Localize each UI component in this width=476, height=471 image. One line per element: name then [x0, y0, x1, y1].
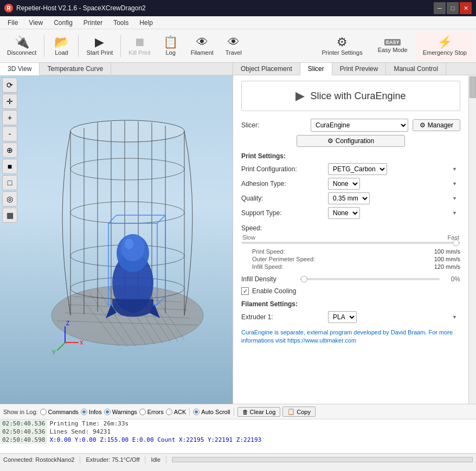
warnings-radio[interactable] — [104, 409, 111, 415]
commands-radio[interactable] — [40, 409, 47, 415]
right-content-wrapper: ▶ Slice with CuraEngine Slicer: CuraEngi… — [233, 75, 476, 404]
show-in-log-label: Show in Log: — [3, 409, 38, 415]
print-speed-value: 100 mm/s — [434, 248, 460, 255]
start-print-button[interactable]: ▶ Start Print — [81, 31, 118, 61]
kill-print-button[interactable]: ⏹ Kill Print — [124, 31, 155, 61]
clear-log-button[interactable]: 🗑 Clear Log — [237, 407, 281, 417]
disconnect-button[interactable]: 🔌 Disconnect — [2, 31, 41, 61]
tab-3d-view[interactable]: 3D View — [0, 63, 40, 75]
print-config-select[interactable]: PETG_Carbon — [328, 163, 387, 175]
infos-radio[interactable] — [81, 409, 87, 415]
extruder-select[interactable]: PLA — [328, 311, 357, 323]
viewport-btn-circle[interactable]: ◎ — [2, 191, 17, 207]
close-button[interactable]: ✕ — [460, 2, 472, 14]
menu-config[interactable]: Config — [48, 18, 78, 28]
printer-settings-label: Printer Settings — [321, 49, 362, 56]
viewport-btn-wire[interactable]: □ — [2, 175, 17, 190]
extruder-wrapper: PLA — [328, 311, 460, 323]
slicer-row: Slicer: CuraEngine ⚙ Manager — [241, 119, 460, 132]
support-select[interactable]: None — [328, 207, 360, 219]
menu-file[interactable]: File — [2, 18, 23, 28]
tab-slicer[interactable]: Slicer — [300, 63, 332, 75]
log-option-warnings[interactable]: Warnings — [104, 409, 137, 415]
toolbar-sep-2 — [78, 35, 79, 57]
adhesion-select[interactable]: None — [328, 178, 360, 190]
viewport-btn-rotate[interactable]: ⟳ — [2, 78, 17, 93]
travel-button[interactable]: 👁 Travel — [220, 31, 248, 61]
log-option-ack[interactable]: ACK — [166, 409, 186, 415]
load-button[interactable]: 📂 Load — [47, 31, 75, 61]
log-option-infos[interactable]: Infos — [81, 409, 102, 415]
tab-print-preview[interactable]: Print Preview — [332, 63, 387, 75]
log-option-commands[interactable]: Commands — [40, 409, 79, 415]
toolbar-right: ⚙ Printer Settings EASY Easy Mode ⚡ Emer… — [314, 31, 474, 61]
tab-object-placement[interactable]: Object Placement — [233, 63, 300, 75]
trash-icon: 🗑 — [242, 409, 248, 415]
maximize-button[interactable]: □ — [447, 2, 459, 14]
slice-header[interactable]: ▶ Slice with CuraEngine — [241, 81, 460, 111]
svg-point-14 — [70, 120, 184, 142]
log-text-2: Lines Send: 94231 — [47, 428, 113, 436]
filament-button[interactable]: 👁 Filament — [186, 31, 218, 61]
svg-point-36 — [121, 234, 145, 261]
infill-speed-value: 120 mm/s — [434, 263, 460, 270]
print-config-label: Print Configuration: — [241, 165, 328, 173]
errors-radio[interactable] — [139, 409, 146, 415]
quality-select[interactable]: 0.35 mm — [328, 192, 370, 204]
enable-cooling-checkbox[interactable]: ✓ — [241, 287, 249, 295]
tab-temperature-curve[interactable]: Temperature Curve — [40, 63, 111, 75]
print-config-wrapper: PETG_Carbon — [328, 163, 460, 175]
log-text-1: Printing Time: 26m:33s — [47, 420, 131, 428]
title-bar: R Repetier-Host V2.1.6 - SpaceXCrewDrago… — [0, 0, 476, 16]
infill-row: Infill Density 0% — [241, 275, 460, 283]
menu-tools[interactable]: Tools — [108, 18, 134, 28]
enable-cooling-row: ✓ Enable Cooling — [241, 287, 460, 295]
log-output[interactable]: 02:50:40.536 Printing Time: 26m:33s 02:5… — [0, 420, 476, 453]
outer-perimeter-value: 100 mm/s — [434, 256, 460, 262]
log-option-errors[interactable]: Errors — [139, 409, 164, 415]
viewport-btn-grid[interactable]: ▦ — [2, 208, 17, 223]
infill-value: 0% — [444, 275, 460, 283]
viewport-btn-zoom-in[interactable]: + — [2, 110, 17, 125]
svg-line-29 — [108, 215, 117, 223]
manager-button[interactable]: ⚙ Manager — [413, 119, 460, 131]
infill-slider[interactable] — [300, 278, 440, 280]
viewport-btn-crosshair[interactable]: ⊕ — [2, 143, 17, 158]
viewport-btn-move[interactable]: ✛ — [2, 94, 17, 109]
title-bar-left: R Repetier-Host V2.1.6 - SpaceXCrewDrago… — [4, 4, 146, 12]
tab-manual-control[interactable]: Manual Control — [386, 63, 446, 75]
slicer-select[interactable]: CuraEngine — [311, 119, 408, 132]
copy-button[interactable]: 📋 Copy — [282, 407, 316, 417]
printer-settings-icon: ⚙ — [337, 36, 348, 48]
log-button[interactable]: 📋 Log — [157, 31, 185, 61]
slice-play-icon: ▶ — [295, 89, 305, 103]
scrollbar-thumb[interactable] — [469, 76, 476, 98]
svg-point-25 — [70, 202, 184, 223]
infill-speed-label: Infill Speed: — [252, 263, 430, 270]
right-scrollbar[interactable] — [468, 75, 476, 404]
easy-mode-button[interactable]: EASY Easy Mode — [371, 31, 415, 61]
support-wrapper: None — [328, 207, 460, 219]
menu-help[interactable]: Help — [134, 18, 158, 28]
ack-radio[interactable] — [166, 409, 172, 415]
menu-bar: File View Config Printer Tools Help — [0, 16, 476, 29]
viewport-btn-solid[interactable]: ■ — [2, 159, 17, 174]
speed-slider[interactable] — [241, 242, 460, 244]
menu-view[interactable]: View — [23, 18, 48, 28]
speed-thumb[interactable] — [453, 240, 459, 246]
status-idle: Idle — [151, 456, 160, 463]
infill-thumb[interactable] — [301, 276, 307, 282]
kill-print-icon: ⏹ — [134, 36, 146, 48]
minimize-button[interactable]: ─ — [434, 2, 446, 14]
autoscroll-radio[interactable] — [193, 409, 200, 415]
viewport-btn-zoom-out[interactable]: - — [2, 126, 17, 141]
configuration-button[interactable]: ⚙ Configuration — [297, 135, 405, 147]
emergency-stop-button[interactable]: ⚡ Emergency Stop — [416, 31, 474, 61]
menu-printer[interactable]: Printer — [78, 18, 108, 28]
log-line-2: 02:50:40.536 Lines Send: 94231 — [0, 428, 476, 436]
status-sep-1 — [80, 456, 80, 463]
log-option-autoscroll[interactable]: Auto Scroll — [193, 409, 230, 415]
app-icon: R — [4, 4, 13, 12]
speed-label: Speed: — [241, 224, 460, 232]
printer-settings-button[interactable]: ⚙ Printer Settings — [314, 31, 369, 61]
